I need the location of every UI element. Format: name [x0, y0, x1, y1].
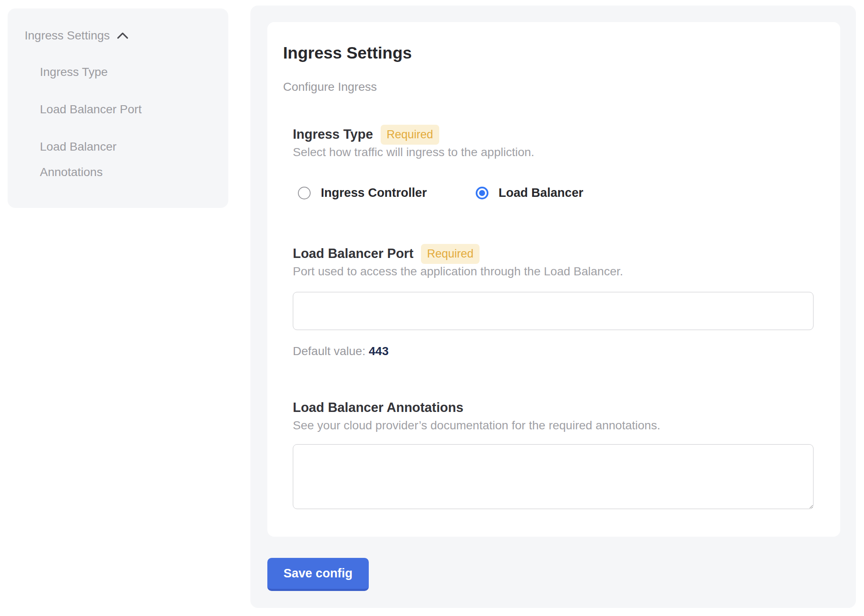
ingress-type-label: Ingress Type [293, 127, 373, 142]
default-value-line: Default value: 443 [293, 344, 814, 358]
radio-load-balancer-label: Load Balancer [499, 186, 583, 200]
page-subtitle: Configure Ingress [283, 80, 840, 94]
section-load-balancer-port-header: Load Balancer Port Required [293, 244, 814, 263]
required-badge: Required [381, 125, 439, 145]
default-value: 443 [369, 344, 389, 358]
sidebar-item-load-balancer-annotations[interactable]: Load Balancer Annotations [40, 134, 167, 185]
sidebar-items: Ingress Type Load Balancer Port Load Bal… [25, 59, 216, 185]
ingress-type-radio-group: Ingress Controller Load Balancer [298, 186, 814, 200]
section-ingress-type-header: Ingress Type Required [293, 125, 814, 144]
section-ingress-type: Ingress Type Required Select how traffic… [293, 125, 814, 200]
sidebar-section-label: Ingress Settings [25, 23, 110, 48]
section-load-balancer-annotations: Load Balancer Annotations See your cloud… [293, 398, 814, 509]
ingress-type-description: Select how traffic will ingress to the a… [293, 145, 814, 160]
sidebar-section-ingress-settings[interactable]: Ingress Settings [25, 23, 216, 48]
default-value-label: Default value: [293, 344, 365, 358]
radio-ingress-controller-label: Ingress Controller [321, 186, 427, 200]
page-title: Ingress Settings [283, 43, 840, 63]
ingress-settings-card: Ingress Settings Configure Ingress Ingre… [267, 22, 840, 537]
ingress-settings-panel: Ingress Settings Configure Ingress Ingre… [250, 6, 856, 608]
sidebar-item-ingress-type[interactable]: Ingress Type [40, 59, 167, 85]
section-load-balancer-port: Load Balancer Port Required Port used to… [293, 244, 814, 358]
load-balancer-annotations-textarea[interactable] [293, 444, 814, 509]
load-balancer-annotations-label: Load Balancer Annotations [293, 400, 463, 415]
radio-load-balancer-icon[interactable] [476, 187, 488, 199]
load-balancer-port-input[interactable] [293, 292, 814, 330]
settings-nav-sidebar: Ingress Settings Ingress Type Load Balan… [8, 8, 228, 208]
radio-option-ingress-controller[interactable]: Ingress Controller [298, 186, 427, 200]
load-balancer-annotations-description: See your cloud provider’s documentation … [293, 418, 814, 433]
chevron-up-icon [117, 32, 129, 39]
radio-option-load-balancer[interactable]: Load Balancer [476, 186, 583, 200]
required-badge: Required [421, 244, 480, 264]
page: Ingress Settings Ingress Type Load Balan… [0, 0, 864, 616]
load-balancer-port-description: Port used to access the application thro… [293, 264, 814, 279]
radio-ingress-controller-icon[interactable] [298, 187, 311, 199]
sidebar-item-load-balancer-port[interactable]: Load Balancer Port [40, 97, 167, 122]
load-balancer-port-label: Load Balancer Port [293, 246, 413, 261]
section-load-balancer-annotations-header: Load Balancer Annotations [293, 398, 814, 417]
save-config-button[interactable]: Save config [267, 558, 369, 591]
